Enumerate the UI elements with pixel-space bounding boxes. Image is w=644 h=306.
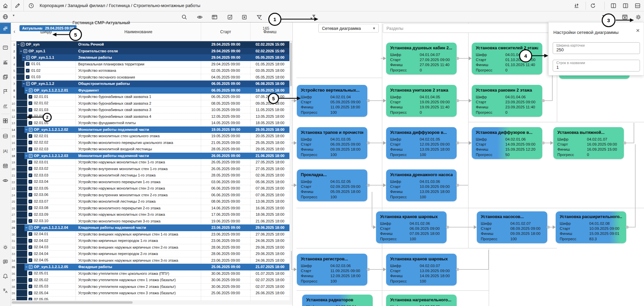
row-checkbox[interactable]: ✓ [29, 213, 32, 216]
sidebar-item-structure-list[interactable] [0, 23, 11, 34]
caret-down-icon[interactable]: ▾ [13, 13, 14, 17]
collapse-minus-icon[interactable]: − [26, 87, 28, 94]
table-row[interactable]: 16✓02.02.02Устройство монолитного перекр… [11, 140, 289, 146]
table-row[interactable]: 35−✓OP_syn.1.1.2.1.2.05Фасадные работы25… [11, 264, 289, 270]
collapse-minus-icon[interactable]: − [26, 264, 28, 270]
network-card[interactable]: Установка дренажного насосаШифр04.01.03.… [386, 169, 457, 201]
network-card[interactable]: Установка нагревательного...Шифр04.02.07… [386, 295, 457, 306]
table-row[interactable]: 4✓01.01Вертикальная планировка территори… [11, 61, 289, 68]
collapse-minus-icon[interactable]: − [23, 54, 25, 61]
fit-sort-icon[interactable] [573, 3, 580, 9]
table-row[interactable]: 39✓02.05.04Устройство утеплителя наружны… [11, 290, 289, 297]
column-header-finish[interactable]: Финиш [250, 22, 289, 41]
table-row[interactable]: 6✓01.03Устройство песчаного основания04.… [11, 74, 289, 81]
collapse-minus-icon[interactable]: − [26, 224, 28, 231]
check-square-icon[interactable] [227, 14, 233, 20]
network-card[interactable]: Установка раковин 2 этажаШифр04.01.04.06… [472, 85, 542, 117]
row-checkbox[interactable]: ✓ [29, 167, 32, 170]
table-horizontal-scrollbar[interactable] [11, 300, 292, 305]
row-checkbox[interactable]: ✓ [29, 187, 32, 190]
table-row[interactable]: 1−✓OP_synОтель Речной29.04.2025 09:0002.… [11, 41, 289, 48]
split-vertical-2-icon[interactable] [623, 3, 629, 9]
sidebar-item-calendar[interactable] [0, 160, 11, 171]
sidebar-item-layers[interactable] [0, 71, 11, 82]
table-vertical-scrollbar[interactable] [289, 41, 292, 300]
table-row[interactable]: 15✓02.02.01Устройство монолитных стен цо… [11, 133, 289, 140]
row-checkbox[interactable]: ✓ [29, 89, 33, 92]
table-row[interactable]: 37✓02.05.02Устройство утеплителя наружны… [11, 277, 289, 284]
view-select[interactable]: Сетевая диаграмма ▼ [318, 24, 379, 33]
row-checkbox[interactable]: ✓ [29, 285, 32, 288]
table-row[interactable]: 8−✓OP_syn.1.1.2.1.2.01Фундамент06.05.202… [11, 87, 289, 94]
row-checkbox[interactable]: ✓ [29, 121, 32, 125]
table-row[interactable]: 9✓02.01.01Устройство буронабивных свай з… [11, 94, 289, 100]
row-checkbox[interactable]: ✓ [26, 56, 30, 59]
split-vertical-icon[interactable] [610, 3, 616, 9]
sidebar-item-milestones-flag[interactable] [0, 86, 11, 97]
sidebar-item-database[interactable] [0, 131, 11, 142]
network-card[interactable]: Установка смесителей 2 этажаШифр04.01.04… [472, 43, 542, 74]
scrollbar-thumb[interactable] [290, 43, 292, 86]
row-checkbox[interactable]: ✓ [29, 128, 33, 132]
network-card[interactable]: Установка кранов шаровыхШифр04.01.02.06С… [376, 211, 447, 243]
table-row[interactable]: 14−✓OP_syn.1.1.2.1.2.02Монолитные работы… [11, 126, 289, 133]
network-card[interactable]: Установка вытяжной...Шифр04.02.01.07Стар… [553, 127, 624, 159]
sidebar-item-hatching[interactable] [0, 100, 11, 111]
table-row[interactable]: 2−✓OP_syn.1Строительство отеля29.04.2025… [11, 48, 289, 55]
row-checkbox[interactable]: ✓ [26, 75, 30, 79]
sidebar-item-comments[interactable] [0, 256, 11, 267]
table-row[interactable]: 32✓02.04.03Устройство внешних наружных к… [11, 244, 289, 251]
table-row[interactable]: 13✓02.01.05Устройство фундаментной плиты… [11, 120, 289, 126]
row-checkbox[interactable]: ✓ [29, 265, 33, 269]
table-row[interactable]: 23✓02.03.05Устройство наружных монолитны… [11, 185, 289, 192]
row-checkbox[interactable]: ✓ [29, 252, 32, 256]
pencil-icon[interactable] [14, 3, 20, 9]
row-checkbox[interactable]: ✓ [29, 245, 32, 249]
table-row[interactable]: 30✓02.04.01Устройство внешних наружных к… [11, 231, 289, 238]
sidebar-item-dashboard-grid[interactable] [0, 115, 11, 126]
table-row[interactable]: 38✓02.05.03Устройство утеплителя наружны… [11, 284, 289, 290]
table-row[interactable]: 21✓02.03.03Устройство монолитной лестниц… [11, 172, 289, 179]
sidebar-item-notifications-bell[interactable] [0, 270, 11, 282]
refresh-icon[interactable] [590, 3, 596, 9]
row-checkbox[interactable]: ✓ [29, 232, 32, 236]
table-row[interactable]: 10✓02.01.02Устройство буронабивных свай … [11, 100, 289, 107]
row-checkbox[interactable]: ✓ [29, 226, 33, 230]
table-row[interactable]: 29−✓OP_syn.1.1.2.1.2.04Кладочные работы … [11, 224, 289, 231]
collapse-minus-icon[interactable]: − [26, 126, 28, 133]
row-checkbox[interactable]: ✓ [29, 219, 32, 223]
collapse-panel-chevron-icon[interactable]: ‹ [12, 28, 17, 35]
collapse-minus-icon[interactable]: − [23, 81, 25, 87]
row-checkbox[interactable]: ✓ [29, 206, 32, 210]
row-checkbox[interactable]: ✓ [29, 147, 32, 151]
table-row[interactable]: 19✓02.03.01Устройство наружных монолитны… [11, 159, 289, 166]
row-checkbox[interactable]: ✓ [29, 114, 32, 118]
table-row[interactable]: 3−✓OP_syn.1.1.1Земляные работы29.04.2025… [11, 54, 289, 61]
globe-icon[interactable] [2, 14, 8, 20]
table-row[interactable]: 28✓02.03.10Устройство монолитного перекр… [11, 218, 289, 225]
row-checkbox[interactable]: ✓ [29, 180, 32, 184]
row-checkbox[interactable]: ✓ [21, 43, 25, 46]
table-row[interactable]: 24✓02.03.06Устройство внутренних монолит… [11, 192, 289, 199]
split-horizontal-icon[interactable] [635, 3, 641, 9]
network-card[interactable]: Установка насосов...Шифр04.01.02.07Старт… [477, 211, 547, 243]
row-checkbox[interactable]: ✓ [29, 193, 32, 197]
table-row[interactable]: 5✓01.02Устройство котлована02.05.2025 09… [11, 67, 289, 74]
row-checkbox[interactable]: ✓ [29, 258, 32, 262]
sidebar-item-attributes[interactable]: [A] [0, 145, 11, 156]
filter-clear-icon[interactable] [310, 14, 316, 20]
network-card[interactable]: Установка трапов и прочистокШифр04.01.03… [297, 127, 367, 159]
row-checkbox[interactable]: ✓ [29, 108, 32, 112]
uncheck-square-icon[interactable] [241, 14, 247, 20]
columns-icon[interactable] [212, 14, 218, 20]
table-row[interactable]: 17✓02.02.03Устройство монолитной входной… [11, 146, 289, 153]
table-row[interactable]: 7−✓OP_syn.1.1.2Общестроительные работы06… [11, 81, 289, 87]
row-checkbox[interactable]: ✓ [29, 278, 32, 282]
card-width-field[interactable]: Ширина карточки 250 [553, 42, 640, 54]
collapse-minus-icon[interactable]: − [17, 41, 19, 48]
row-checkbox[interactable]: ✓ [29, 101, 32, 105]
eye-icon[interactable] [197, 14, 203, 20]
table-row[interactable]: 40✓02.05.05 [11, 297, 289, 301]
table-row[interactable]: 25✓02.03.07Устройство монолитной лестниц… [11, 198, 289, 205]
sidebar-item-theme-sun[interactable] [0, 242, 11, 253]
